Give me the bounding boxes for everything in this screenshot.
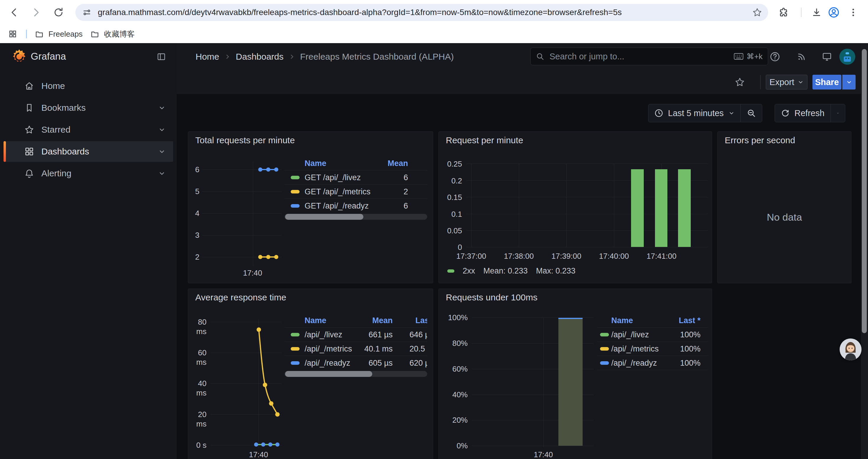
sidebar-item-home[interactable]: Home <box>4 76 173 96</box>
site-info-icon[interactable] <box>83 8 91 17</box>
chevron-down-icon[interactable] <box>158 104 165 111</box>
panel-avg-response-time[interactable]: Average response time 80 ms 60 ms 40 ms … <box>188 289 433 459</box>
refresh-button[interactable]: Refresh <box>775 104 831 122</box>
download-icon[interactable] <box>810 6 823 19</box>
legend-row[interactable]: GET /api/_/livez 6 <box>284 170 427 185</box>
extensions-icon[interactable] <box>777 6 790 19</box>
refresh-interval-button[interactable] <box>831 104 845 122</box>
panel-title[interactable]: Errors per second <box>725 135 795 145</box>
search-input-wrapper[interactable]: ⌘+k <box>530 47 768 65</box>
profile-icon[interactable] <box>827 6 840 19</box>
panel-title[interactable]: Requests under 100ms <box>446 292 537 302</box>
series-name[interactable]: GET /api/_/livez <box>305 173 361 182</box>
sidebar-item-alerting[interactable]: Alerting <box>4 163 173 184</box>
time-range-picker[interactable]: Last 5 minutes <box>649 104 740 122</box>
series-mean: 6 <box>404 173 408 182</box>
dashboard-actions-bar: Export Share <box>177 70 868 94</box>
breadcrumb-current: Freeleaps Metrics Dashboard (ALPHA) <box>300 52 454 62</box>
legend-header-mean[interactable]: Mean <box>388 159 408 168</box>
y-tick: 40% <box>439 390 468 399</box>
sidebar-item-label: Home <box>41 81 65 91</box>
chevron-down-icon[interactable] <box>158 148 165 155</box>
address-bar[interactable]: grafana.mathmast.com/d/deytv4rwavabkb/fr… <box>75 4 768 21</box>
page-scrollbar-thumb[interactable] <box>862 49 867 333</box>
series-mean: 40.1 ms <box>364 344 393 353</box>
y-tick: 0.2 <box>439 176 462 186</box>
breadcrumb-home[interactable]: Home <box>195 52 219 62</box>
zoom-out-button[interactable] <box>741 104 762 122</box>
legend-row[interactable]: /api/_/metrics 40.1 ms 20.5 ms <box>284 342 427 356</box>
bookmark-folder-freeleaps[interactable]: Freeleaps <box>35 28 83 40</box>
y-tick: 0% <box>439 441 468 451</box>
series-name[interactable]: /api/_/metrics <box>305 344 352 353</box>
reload-icon[interactable] <box>52 6 65 19</box>
legend-row[interactable]: /api/_/livez 661 µs 646 µs <box>284 328 427 342</box>
breadcrumb: Home Dashboards Freeleaps Metrics Dashbo… <box>195 43 454 70</box>
back-icon[interactable] <box>8 6 21 19</box>
panel-title[interactable]: Request per minute <box>446 135 523 145</box>
panel-request-per-minute[interactable]: Request per minute 0.25 0.2 0.15 0.1 0.0… <box>438 131 712 283</box>
url-text[interactable]: grafana.mathmast.com/d/deytv4rwavabkb/fr… <box>98 8 749 17</box>
legend-header-last[interactable]: Last * <box>415 316 427 325</box>
sidebar-item-bookmarks[interactable]: Bookmarks <box>4 97 173 118</box>
legend-row[interactable]: GET /api/_/readyz 6 <box>284 199 427 213</box>
actions-divider <box>760 75 761 89</box>
legend-row[interactable]: /api/_/readyz 605 µs 620 µs <box>284 356 427 370</box>
chevron-down-icon[interactable] <box>158 126 165 133</box>
legend-inline[interactable]: 2xx Mean: 0.233 Max: 0.233 <box>447 266 576 275</box>
series-name[interactable]: 2xx <box>463 266 475 275</box>
legend-header-name[interactable]: Name <box>305 316 327 325</box>
forward-icon[interactable] <box>30 6 42 19</box>
legend-row[interactable]: /api/_/metrics 100% <box>597 342 708 356</box>
legend-row[interactable]: /api/_/readyz 100% <box>597 356 708 370</box>
legend-header-name[interactable]: Name <box>611 316 633 325</box>
export-button[interactable]: Export <box>766 75 807 90</box>
sidebar-item-dashboards[interactable]: Dashboards <box>4 141 173 162</box>
search-input[interactable] <box>549 52 734 62</box>
sidebar-toggle-icon[interactable] <box>156 52 167 62</box>
share-menu-button[interactable] <box>842 75 856 90</box>
series-name[interactable]: /api/_/readyz <box>305 358 350 367</box>
help-icon[interactable] <box>770 52 780 62</box>
bookmark-star-icon[interactable] <box>752 7 762 18</box>
monitor-icon[interactable] <box>822 52 832 62</box>
series-name[interactable]: GET /api/_/readyz <box>305 201 369 210</box>
series-name[interactable]: /api/_/livez <box>305 330 342 339</box>
user-avatar[interactable] <box>839 49 855 65</box>
x-tick: 17:37:00 <box>449 251 493 261</box>
panel-errors-per-second[interactable]: Errors per second No data <box>717 131 851 283</box>
menu-kebab-icon[interactable] <box>847 6 860 19</box>
panel-under-100ms[interactable]: Requests under 100ms 100% 80% 60% 40% 20… <box>438 289 712 459</box>
share-button[interactable]: Share <box>812 75 841 90</box>
browser-toolbar: grafana.mathmast.com/d/deytv4rwavabkb/fr… <box>0 0 868 25</box>
legend-scrollbar[interactable] <box>284 214 427 220</box>
series-name[interactable]: /api/_/readyz <box>611 358 657 367</box>
search-shortcut: ⌘+k <box>747 52 763 61</box>
grafana-logo[interactable] <box>11 48 28 65</box>
series-color-chip <box>291 361 300 365</box>
chevron-down-icon[interactable] <box>158 170 165 177</box>
series-name[interactable]: /api/_/livez <box>611 330 649 339</box>
folder-icon <box>90 30 99 38</box>
legend-row[interactable]: /api/_/livez 100% <box>597 328 708 342</box>
sidebar-item-label: Dashboards <box>41 146 89 157</box>
bookmarks-bar: Freeleaps 收藏博客 <box>0 25 868 43</box>
panel-total-requests[interactable]: Total requests per minute 6 5 4 3 2 17:4… <box>188 131 433 283</box>
legend-header-last[interactable]: Last * <box>679 316 701 325</box>
favorite-star-icon[interactable] <box>734 76 746 88</box>
bookmark-folder-blogs[interactable]: 收藏博客 <box>90 28 135 40</box>
series-name[interactable]: /api/_/metrics <box>611 344 659 353</box>
series-color-chip <box>600 361 609 365</box>
sidebar-item-starred[interactable]: Starred <box>4 119 173 140</box>
legend-header-mean[interactable]: Mean <box>372 316 393 325</box>
apps-grid-icon[interactable] <box>8 29 18 39</box>
legend-row[interactable]: GET /api/_/metrics 2 <box>284 185 427 199</box>
area-bar-100pct <box>558 318 583 446</box>
legend-header-name[interactable]: Name <box>305 159 327 168</box>
breadcrumb-dashboards[interactable]: Dashboards <box>236 52 284 62</box>
series-name[interactable]: GET /api/_/metrics <box>305 187 370 196</box>
assistant-avatar[interactable] <box>840 338 862 360</box>
news-rss-icon[interactable] <box>796 52 807 62</box>
legend-scrollbar[interactable] <box>284 371 427 377</box>
legend-table: Name Last * /api/_/livez 100% /api/_/met… <box>597 314 708 385</box>
